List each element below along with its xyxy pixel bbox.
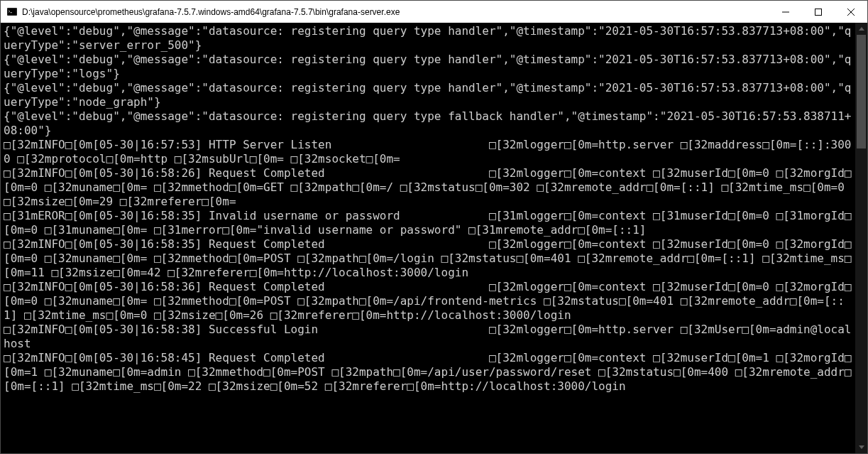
window-title: D:\java\opensource\prometheus\grafana-7.… <box>22 7 400 17</box>
title-left: D:\java\opensource\prometheus\grafana-7.… <box>1 6 400 18</box>
maximize-button[interactable] <box>802 1 835 23</box>
console-line: {"@level":"debug","@message":"datasource… <box>4 81 854 109</box>
console-line: {"@level":"debug","@message":"datasource… <box>4 109 854 138</box>
scroll-track[interactable] <box>855 35 867 441</box>
console-line: □[32mINFO□[0m[05-30|16:58:26] Request Co… <box>4 166 854 209</box>
console-area[interactable]: {"@level":"debug","@message":"datasource… <box>1 23 867 453</box>
console-line: □[32mINFO□[0m[05-30|16:57:53] HTTP Serve… <box>4 138 854 166</box>
app-icon <box>6 6 18 18</box>
minimize-button[interactable] <box>769 1 802 23</box>
titlebar[interactable]: D:\java\opensource\prometheus\grafana-7.… <box>1 1 867 23</box>
console-line: □[32mINFO□[0m[05-30|16:58:45] Request Co… <box>4 351 854 394</box>
console-line: □[31mEROR□[0m[05-30|16:58:35] Invalid us… <box>4 209 854 237</box>
scroll-up-icon[interactable] <box>855 23 867 35</box>
window-controls <box>769 1 867 23</box>
scrollbar[interactable] <box>855 23 867 453</box>
svg-rect-4 <box>815 9 822 15</box>
scroll-thumb[interactable] <box>857 35 866 148</box>
console-line: {"@level":"debug","@message":"datasource… <box>4 53 854 81</box>
console-output: {"@level":"debug","@message":"datasource… <box>1 23 854 394</box>
console-line: □[32mINFO□[0m[05-30|16:58:38] Successful… <box>4 323 854 351</box>
console-line: □[32mINFO□[0m[05-30|16:58:36] Request Co… <box>4 280 854 323</box>
close-button[interactable] <box>835 1 867 23</box>
scroll-down-icon[interactable] <box>855 441 867 453</box>
console-line: {"@level":"debug","@message":"datasource… <box>4 24 854 53</box>
app-window: D:\java\opensource\prometheus\grafana-7.… <box>0 0 868 454</box>
console-line: □[32mINFO□[0m[05-30|16:58:35] Request Co… <box>4 237 854 280</box>
